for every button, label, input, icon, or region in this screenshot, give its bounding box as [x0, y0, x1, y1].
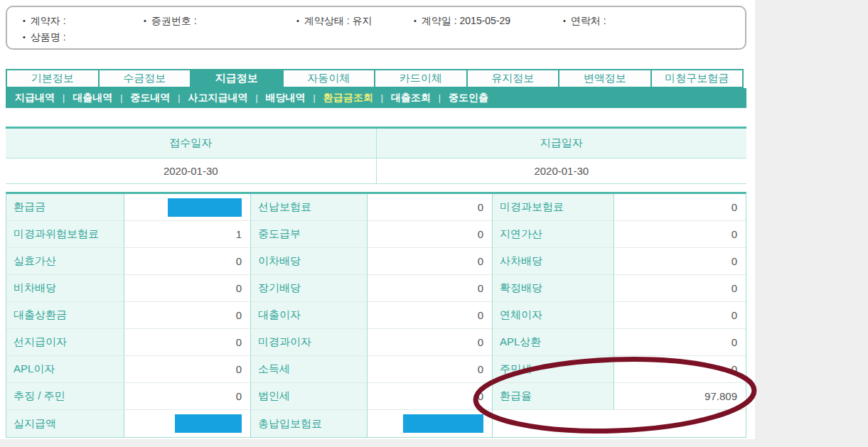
contract-info-label: 연락처 : [571, 15, 606, 26]
detail-value-cell: 0 [368, 383, 493, 410]
contract-info-row-2: •상품명 : [23, 29, 745, 45]
detail-label-cell: 추징 / 주민 [6, 383, 124, 410]
receipt-date-header: 접수일자 [6, 129, 377, 158]
detail-label-cell: 이차배당 [251, 248, 368, 275]
redaction-bar [175, 414, 242, 433]
subnav-partial-withdrawal[interactable]: 중도인출 [449, 92, 488, 104]
bullet-icon: • [563, 16, 566, 25]
detail-label-cell: 미경과위험보험료 [6, 221, 124, 248]
detail-value-cell: 0 [124, 248, 251, 275]
detail-value-cell: 0 [124, 302, 251, 329]
subnav-separator: | [314, 93, 316, 103]
main-tab-bar: 기본정보수금정보지급정보자동이체카드이체유지정보변액정보미청구보험금 [6, 69, 744, 88]
table-row: APL이자0소득세0주민세0 [6, 356, 746, 383]
date-table: 접수일자 지급일자 2020-01-30 2020-01-30 [6, 126, 746, 184]
detail-value-cell: 0 [368, 221, 493, 248]
table-row: 비차배당0장기배당0확정배당0 [6, 275, 746, 302]
detail-label-cell: 실지급액 [6, 410, 124, 437]
contract-info-item: •계약상태 : 유지 [296, 13, 414, 29]
detail-value-cell: 0 [124, 329, 251, 356]
subnav-separator: | [255, 93, 257, 103]
contract-info-item: •계약자 : [23, 13, 144, 29]
subnav-dividend-history[interactable]: 배당내역 [266, 92, 306, 104]
detail-label-cell: 법인세 [251, 383, 368, 410]
table-row: 실지급액총납입보험료 [6, 410, 746, 437]
detail-value-cell: 0 [614, 302, 746, 329]
date-table-value-row: 2020-01-30 2020-01-30 [6, 158, 746, 184]
detail-value-cell [614, 410, 746, 437]
subnav-loan-history[interactable]: 대출내역 [73, 92, 112, 104]
tab-payment-info[interactable]: 지급정보 [190, 69, 284, 88]
bullet-icon: • [296, 16, 299, 25]
contract-info-item: •연락처 : [563, 13, 606, 29]
contract-info-box: •계약자 :•증권번호 :•계약상태 : 유지•계약일 : 2015-05-29… [6, 6, 746, 50]
detail-value-cell [493, 410, 614, 437]
tab-maintenance-info[interactable]: 유지정보 [466, 69, 560, 88]
contract-info-label: 계약일 : 2015-05-29 [422, 15, 510, 26]
detail-value-cell: 0 [368, 356, 493, 383]
subnav-separator: | [63, 93, 65, 103]
detail-label-cell: 미경과이자 [251, 329, 368, 356]
subnav-loan-inquiry[interactable]: 대출조회 [391, 92, 431, 104]
detail-label-cell: 환급율 [493, 383, 614, 410]
subnav-refund-inquiry[interactable]: 환급금조회 [323, 92, 373, 104]
receipt-date-value: 2020-01-30 [6, 158, 377, 183]
tab-auto-transfer[interactable]: 자동이체 [282, 69, 376, 88]
redaction-bar [403, 414, 483, 433]
subnav-separator: | [120, 93, 122, 103]
detail-label-cell: 비차배당 [6, 275, 124, 302]
detail-label-cell: 대출상환금 [6, 302, 124, 329]
detail-label-cell: 미경과보험료 [493, 194, 614, 221]
detail-value-cell: 0 [614, 329, 746, 356]
subnav-payment-history[interactable]: 지급내역 [15, 92, 55, 104]
detail-value-cell: 0 [368, 302, 493, 329]
detail-value-cell: 0 [124, 356, 251, 383]
bullet-icon: • [144, 16, 146, 25]
detail-value-cell: 0 [368, 275, 493, 302]
detail-label-cell: APL이자 [6, 356, 124, 383]
detail-value-cell: 0 [368, 248, 493, 275]
detail-label-cell: 총납입보험료 [251, 410, 368, 437]
contract-info-row-1: •계약자 :•증권번호 :•계약상태 : 유지•계약일 : 2015-05-29… [23, 13, 745, 29]
detail-value-cell: 0 [614, 221, 746, 248]
redaction-bar [168, 198, 242, 217]
tab-variable-info[interactable]: 변액정보 [558, 69, 652, 88]
subnav-accident-payment-history[interactable]: 사고지급내역 [188, 92, 247, 104]
detail-label-cell: 실효가산 [6, 248, 124, 275]
detail-value-cell: 0 [614, 356, 746, 383]
table-row: 미경과위험보험료1중도급부0지연가산0 [6, 221, 746, 248]
detail-value-cell [124, 410, 251, 437]
tab-collection-info[interactable]: 수금정보 [98, 69, 192, 88]
contract-info-label: 상품명 : [31, 31, 66, 43]
detail-value-cell: 0 [124, 275, 251, 302]
table-row: 추징 / 주민0법인세0환급율97.809 [6, 383, 746, 410]
contract-info-label: 계약상태 : 유지 [304, 15, 373, 26]
detail-label-cell: APL상환 [493, 329, 614, 356]
tab-basic-info[interactable]: 기본정보 [6, 69, 100, 88]
detail-value-cell: 97.809 [614, 383, 746, 410]
tab-card-transfer[interactable]: 카드이체 [374, 69, 468, 88]
tab-unclaimed-benefit[interactable]: 미청구보험금 [650, 69, 744, 88]
payment-date-value: 2020-01-30 [377, 158, 747, 183]
detail-value-cell: 0 [614, 275, 746, 302]
date-table-header-row: 접수일자 지급일자 [6, 129, 746, 158]
detail-value-cell [368, 410, 493, 437]
table-row: 대출상환금0대출이자0연체이자0 [6, 302, 746, 329]
detail-value-cell: 0 [614, 194, 746, 221]
detail-label-cell: 장기배당 [251, 275, 368, 302]
detail-label-cell: 연체이자 [493, 302, 614, 329]
refund-detail-table: 환급금선납보험료0미경과보험료0미경과위험보험료1중도급부0지연가산0실효가산0… [6, 192, 746, 438]
detail-value-cell [124, 194, 251, 221]
contract-info-item: •증권번호 : [144, 13, 296, 29]
table-row: 실효가산0이차배당0사차배당0 [6, 248, 746, 275]
subnav-separator: | [381, 93, 383, 103]
contract-info-item: •계약일 : 2015-05-29 [414, 13, 563, 29]
detail-value-cell: 0 [124, 383, 251, 410]
detail-label-cell: 선납보험료 [251, 194, 368, 221]
detail-label-cell: 사차배당 [493, 248, 614, 275]
payment-date-header: 지급일자 [377, 129, 747, 158]
subnav-surrender-history[interactable]: 중도내역 [130, 92, 170, 104]
bullet-icon: • [23, 33, 26, 41]
table-row: 환급금선납보험료0미경과보험료0 [6, 194, 746, 221]
contract-info-label: 증권번호 : [151, 15, 197, 26]
